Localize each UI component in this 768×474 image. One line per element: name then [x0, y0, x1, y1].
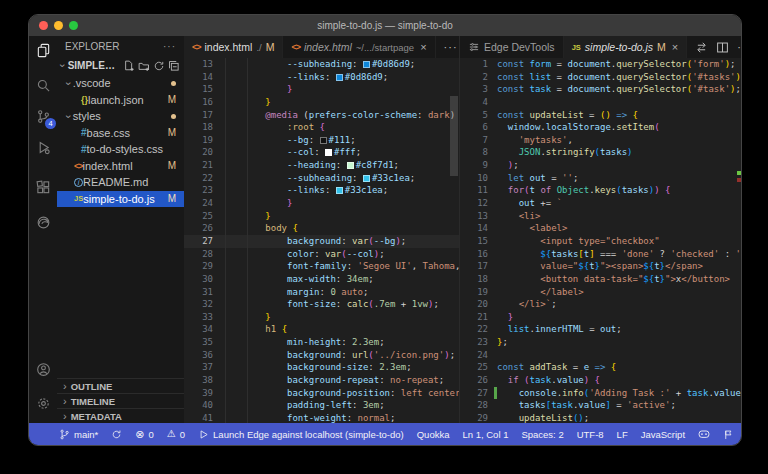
code-text: updateList();	[497, 412, 589, 423]
status-item-spaces-[interactable]: Spaces: 2	[521, 429, 563, 440]
activity-files-icon[interactable]	[31, 38, 55, 62]
code-text: <label>	[497, 222, 567, 235]
activity-edge-icon[interactable]	[31, 210, 55, 234]
activity-settings-icon[interactable]	[31, 391, 55, 415]
refresh-icon[interactable]	[153, 60, 165, 72]
panel-label: OUTLINE	[71, 381, 113, 392]
line-number: 38	[184, 374, 222, 387]
status-item-lf[interactable]: LF	[617, 429, 628, 440]
tree-item-index-html[interactable]: <>index.htmlM	[57, 158, 184, 175]
status-bar-right: Ln 1, Col 1Spaces: 2UTF-8LFJavaScript	[462, 428, 742, 440]
panel-timeline[interactable]: ›TIMELINE	[57, 393, 184, 408]
code-text: background: var(--bg);	[222, 235, 406, 248]
code-editor[interactable]: 13 --subheading: #0d86d9;14 --links: #0d…	[184, 58, 459, 423]
code-text: const updateList = () => {	[497, 109, 638, 122]
activity-debug-icon[interactable]	[31, 135, 55, 159]
code-line: 16 ${tasks[t] === 'done' ? 'checked' : '…	[460, 248, 741, 261]
explorer-header: EXPLORER ···	[57, 36, 184, 56]
tree-item--vscode[interactable]: ›.vscode	[57, 75, 184, 92]
tree-item-base-css[interactable]: #base.cssM	[57, 125, 184, 142]
chevron-down-icon: ›	[67, 77, 71, 89]
file-tree: ›.vscode{}launch.jsonM›styles#base.cssM#…	[57, 75, 184, 207]
activity-account-icon[interactable]	[31, 357, 55, 381]
status-item-javascript[interactable]: JavaScript	[641, 429, 685, 440]
code-line: 6 window.localStorage.setItem(	[460, 121, 741, 134]
status-item-quokka[interactable]: Quokka	[417, 429, 450, 440]
code-text: }	[222, 83, 292, 96]
editor-area: <>index.html./M<>index.html~/.../startpa…	[184, 36, 741, 423]
minimize-window-button[interactable]	[54, 21, 63, 30]
tab-index-html[interactable]: <>index.html~/.../startpage×	[283, 36, 435, 58]
more-actions-icon[interactable]: ···	[737, 41, 742, 53]
new-folder-icon[interactable]	[138, 60, 150, 72]
tree-item-launch-json[interactable]: {}launch.jsonM	[57, 92, 184, 109]
chevron-right-icon: ›	[63, 411, 67, 422]
line-number: 18	[460, 273, 497, 286]
maximize-window-button[interactable]	[69, 21, 78, 30]
panel-outline[interactable]: ›OUTLINE	[57, 378, 184, 393]
status-item-label: 0	[149, 429, 154, 440]
scrollbar-thumb[interactable]	[450, 96, 458, 176]
open-changes-icon[interactable]	[695, 41, 708, 54]
git-modified-badge: M	[266, 41, 275, 53]
code-text: @media (prefers-color-scheme: dark) {	[222, 109, 459, 122]
git-modified-dot	[171, 114, 176, 119]
line-number: 28	[460, 399, 497, 412]
tree-item-simple-to-do-js[interactable]: JSsimple-to-do.jsM	[57, 191, 184, 208]
status-item-main-[interactable]: main*	[59, 429, 98, 440]
split-editor-icon[interactable]	[716, 41, 729, 54]
tree-item-styles[interactable]: ›styles	[57, 108, 184, 125]
tab-index-html[interactable]: <>index.html./M	[184, 36, 283, 58]
activity-search-icon[interactable]	[31, 73, 55, 97]
status-item-0[interactable]: ⚠0	[167, 429, 185, 440]
activity-source-control-icon[interactable]: 4	[31, 104, 55, 128]
code-line: 27 console.info('Adding Task :' + task.v…	[460, 387, 741, 400]
code-text: list.innerHTML = out;	[497, 323, 622, 336]
line-number: 22	[184, 172, 222, 185]
more-actions-icon[interactable]: ···	[444, 41, 458, 53]
panel-metadata[interactable]: ›METADATA	[57, 408, 184, 423]
line-number: 23	[460, 336, 497, 349]
line-number: 28	[184, 248, 222, 261]
editor-group-left: <>index.html./M<>index.html~/.../startpa…	[184, 36, 460, 423]
line-number: 17	[184, 109, 222, 122]
status-item-ln[interactable]: Ln 1, Col 1	[462, 429, 508, 440]
tab-edge-devtools[interactable]: Edge DevTools	[460, 36, 564, 58]
code-line: 4	[460, 96, 741, 109]
code-text: };	[497, 336, 508, 349]
code-line: 9 );	[460, 159, 741, 172]
line-number: 13	[460, 210, 497, 223]
color-swatch	[347, 162, 354, 169]
tab-simple-to-do-js[interactable]: JSsimple-to-do.jsM×	[564, 36, 688, 58]
line-number: 15	[460, 235, 497, 248]
close-window-button[interactable]	[39, 21, 48, 30]
close-tab-icon[interactable]: ×	[420, 41, 426, 53]
status-item-pad[interactable]	[698, 428, 710, 440]
status-item-sync[interactable]	[111, 429, 122, 440]
line-number: 35	[184, 336, 222, 349]
status-item-utf-8[interactable]: UTF-8	[577, 429, 604, 440]
status-item-0[interactable]: ⊗0	[135, 429, 154, 440]
line-number: 37	[184, 361, 222, 374]
tree-item-to-do-styles-css[interactable]: #to-do-styles.css	[57, 141, 184, 158]
status-item-label: main*	[74, 429, 98, 440]
explorer-more-icon[interactable]: ···	[163, 41, 176, 52]
line-number: 27	[460, 387, 497, 400]
status-item-label: UTF-8	[577, 429, 604, 440]
code-line: 5const updateList = () => {	[460, 109, 741, 122]
status-item-launch[interactable]: Launch Edge against localhost (simple-to…	[198, 429, 404, 440]
code-editor[interactable]: 1const form = document.querySelector('fo…	[460, 58, 741, 423]
close-tab-icon[interactable]: ×	[672, 41, 678, 53]
status-item-flag[interactable]	[723, 429, 734, 440]
git-modified-badge: M	[657, 41, 666, 53]
new-file-icon[interactable]	[123, 60, 135, 72]
code-text: const form = document.querySelector('for…	[497, 58, 735, 71]
workspace-section-row[interactable]: › SIMPLE…	[57, 56, 184, 75]
status-item-label: Ln 1, Col 1	[462, 429, 508, 440]
collapse-all-icon[interactable]	[168, 60, 180, 72]
line-number: 7	[460, 134, 497, 147]
tree-item-label: README.md	[83, 176, 148, 188]
activity-extensions-icon[interactable]	[31, 175, 55, 199]
code-text: ${tasks[t] === 'done' ? 'checked' : ''	[497, 248, 741, 261]
tree-item-readme-md[interactable]: iREADME.md	[57, 174, 184, 191]
